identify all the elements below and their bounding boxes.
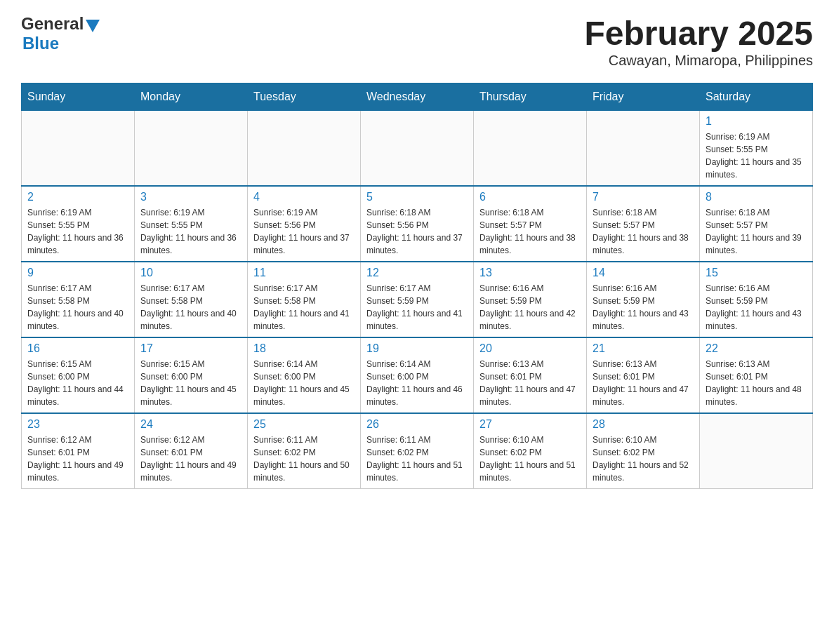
- logo-general-text: General: [21, 14, 84, 34]
- calendar-cell: 23Sunrise: 6:12 AM Sunset: 6:01 PM Dayli…: [22, 413, 135, 489]
- day-number: 2: [27, 191, 128, 203]
- calendar-header-row: SundayMondayTuesdayWednesdayThursdayFrid…: [22, 83, 813, 111]
- calendar-cell: [248, 111, 361, 187]
- logo-triangle-icon: [86, 20, 100, 32]
- column-header-monday: Monday: [135, 83, 248, 111]
- calendar-week-row: 2Sunrise: 6:19 AM Sunset: 5:55 PM Daylig…: [22, 186, 813, 262]
- day-info: Sunrise: 6:17 AM Sunset: 5:58 PM Dayligh…: [140, 282, 241, 333]
- day-number: 15: [706, 267, 807, 279]
- day-info: Sunrise: 6:12 AM Sunset: 6:01 PM Dayligh…: [140, 434, 241, 484]
- logo: General Blue: [21, 14, 100, 53]
- calendar-cell: 27Sunrise: 6:10 AM Sunset: 6:02 PM Dayli…: [474, 413, 587, 489]
- column-header-friday: Friday: [587, 83, 700, 111]
- calendar-cell: 4Sunrise: 6:19 AM Sunset: 5:56 PM Daylig…: [248, 186, 361, 262]
- calendar-cell: [135, 111, 248, 187]
- day-number: 7: [593, 191, 694, 203]
- column-header-sunday: Sunday: [22, 83, 135, 111]
- day-info: Sunrise: 6:13 AM Sunset: 6:01 PM Dayligh…: [706, 358, 807, 408]
- day-number: 18: [253, 342, 355, 355]
- day-info: Sunrise: 6:12 AM Sunset: 6:01 PM Dayligh…: [27, 434, 128, 484]
- day-number: 10: [140, 267, 241, 279]
- day-info: Sunrise: 6:19 AM Sunset: 5:55 PM Dayligh…: [27, 206, 128, 257]
- calendar-cell: 6Sunrise: 6:18 AM Sunset: 5:57 PM Daylig…: [474, 186, 587, 262]
- day-number: 19: [366, 342, 468, 355]
- calendar-cell: 18Sunrise: 6:14 AM Sunset: 6:00 PM Dayli…: [248, 337, 361, 413]
- day-number: 4: [253, 191, 355, 203]
- day-info: Sunrise: 6:18 AM Sunset: 5:56 PM Dayligh…: [366, 206, 468, 257]
- day-info: Sunrise: 6:18 AM Sunset: 5:57 PM Dayligh…: [706, 206, 807, 257]
- calendar-cell: 9Sunrise: 6:17 AM Sunset: 5:58 PM Daylig…: [22, 262, 135, 337]
- calendar-cell: 24Sunrise: 6:12 AM Sunset: 6:01 PM Dayli…: [135, 413, 248, 489]
- day-number: 26: [366, 418, 468, 431]
- day-number: 28: [593, 418, 694, 431]
- calendar-cell: 2Sunrise: 6:19 AM Sunset: 5:55 PM Daylig…: [22, 186, 135, 262]
- day-info: Sunrise: 6:10 AM Sunset: 6:02 PM Dayligh…: [593, 434, 694, 484]
- day-number: 12: [366, 267, 468, 279]
- day-number: 1: [706, 115, 807, 128]
- location: Cawayan, Mimaropa, Philippines: [584, 53, 813, 69]
- day-number: 11: [253, 267, 355, 279]
- day-info: Sunrise: 6:19 AM Sunset: 5:55 PM Dayligh…: [140, 206, 241, 257]
- day-number: 21: [593, 342, 694, 355]
- day-info: Sunrise: 6:10 AM Sunset: 6:02 PM Dayligh…: [479, 434, 581, 484]
- calendar-cell: 28Sunrise: 6:10 AM Sunset: 6:02 PM Dayli…: [587, 413, 700, 489]
- calendar-cell: 12Sunrise: 6:17 AM Sunset: 5:59 PM Dayli…: [361, 262, 474, 337]
- calendar-week-row: 1Sunrise: 6:19 AM Sunset: 5:55 PM Daylig…: [22, 111, 813, 187]
- day-number: 3: [140, 191, 241, 203]
- column-header-tuesday: Tuesday: [248, 83, 361, 111]
- calendar-cell: [700, 413, 813, 489]
- column-header-saturday: Saturday: [700, 83, 813, 111]
- calendar-cell: 14Sunrise: 6:16 AM Sunset: 5:59 PM Dayli…: [587, 262, 700, 337]
- day-info: Sunrise: 6:14 AM Sunset: 6:00 PM Dayligh…: [366, 358, 468, 408]
- day-info: Sunrise: 6:11 AM Sunset: 6:02 PM Dayligh…: [253, 434, 355, 484]
- calendar-cell: [587, 111, 700, 187]
- calendar-cell: 3Sunrise: 6:19 AM Sunset: 5:55 PM Daylig…: [135, 186, 248, 262]
- day-number: 9: [27, 267, 128, 279]
- calendar-cell: [474, 111, 587, 187]
- calendar-cell: 21Sunrise: 6:13 AM Sunset: 6:01 PM Dayli…: [587, 337, 700, 413]
- day-info: Sunrise: 6:16 AM Sunset: 5:59 PM Dayligh…: [706, 282, 807, 333]
- calendar-week-row: 23Sunrise: 6:12 AM Sunset: 6:01 PM Dayli…: [22, 413, 813, 489]
- calendar-cell: 16Sunrise: 6:15 AM Sunset: 6:00 PM Dayli…: [22, 337, 135, 413]
- day-info: Sunrise: 6:18 AM Sunset: 5:57 PM Dayligh…: [479, 206, 581, 257]
- calendar-table: SundayMondayTuesdayWednesdayThursdayFrid…: [21, 83, 813, 489]
- month-title: February 2025: [584, 14, 813, 53]
- calendar-cell: 17Sunrise: 6:15 AM Sunset: 6:00 PM Dayli…: [135, 337, 248, 413]
- day-info: Sunrise: 6:16 AM Sunset: 5:59 PM Dayligh…: [593, 282, 694, 333]
- day-info: Sunrise: 6:11 AM Sunset: 6:02 PM Dayligh…: [366, 434, 468, 484]
- day-number: 6: [479, 191, 581, 203]
- calendar-cell: 22Sunrise: 6:13 AM Sunset: 6:01 PM Dayli…: [700, 337, 813, 413]
- day-info: Sunrise: 6:14 AM Sunset: 6:00 PM Dayligh…: [253, 358, 355, 408]
- calendar-cell: 8Sunrise: 6:18 AM Sunset: 5:57 PM Daylig…: [700, 186, 813, 262]
- calendar-week-row: 16Sunrise: 6:15 AM Sunset: 6:00 PM Dayli…: [22, 337, 813, 413]
- day-info: Sunrise: 6:17 AM Sunset: 5:58 PM Dayligh…: [27, 282, 128, 333]
- day-info: Sunrise: 6:19 AM Sunset: 5:55 PM Dayligh…: [706, 130, 807, 181]
- day-number: 8: [706, 191, 807, 203]
- calendar-cell: 26Sunrise: 6:11 AM Sunset: 6:02 PM Dayli…: [361, 413, 474, 489]
- calendar-cell: [361, 111, 474, 187]
- day-number: 14: [593, 267, 694, 279]
- column-header-thursday: Thursday: [474, 83, 587, 111]
- column-header-wednesday: Wednesday: [361, 83, 474, 111]
- day-number: 25: [253, 418, 355, 431]
- day-number: 17: [140, 342, 241, 355]
- day-number: 24: [140, 418, 241, 431]
- calendar-cell: 10Sunrise: 6:17 AM Sunset: 5:58 PM Dayli…: [135, 262, 248, 337]
- day-number: 13: [479, 267, 581, 279]
- title-section: February 2025 Cawayan, Mimaropa, Philipp…: [584, 14, 813, 69]
- day-number: 20: [479, 342, 581, 355]
- day-number: 5: [366, 191, 468, 203]
- day-number: 16: [27, 342, 128, 355]
- calendar-cell: 13Sunrise: 6:16 AM Sunset: 5:59 PM Dayli…: [474, 262, 587, 337]
- page-header: General Blue February 2025 Cawayan, Mima…: [21, 14, 813, 69]
- calendar-cell: 20Sunrise: 6:13 AM Sunset: 6:01 PM Dayli…: [474, 337, 587, 413]
- calendar-week-row: 9Sunrise: 6:17 AM Sunset: 5:58 PM Daylig…: [22, 262, 813, 337]
- day-info: Sunrise: 6:13 AM Sunset: 6:01 PM Dayligh…: [479, 358, 581, 408]
- day-info: Sunrise: 6:15 AM Sunset: 6:00 PM Dayligh…: [27, 358, 128, 408]
- day-number: 23: [27, 418, 128, 431]
- day-info: Sunrise: 6:16 AM Sunset: 5:59 PM Dayligh…: [479, 282, 581, 333]
- day-info: Sunrise: 6:13 AM Sunset: 6:01 PM Dayligh…: [593, 358, 694, 408]
- calendar-cell: [22, 111, 135, 187]
- day-info: Sunrise: 6:15 AM Sunset: 6:00 PM Dayligh…: [140, 358, 241, 408]
- day-info: Sunrise: 6:19 AM Sunset: 5:56 PM Dayligh…: [253, 206, 355, 257]
